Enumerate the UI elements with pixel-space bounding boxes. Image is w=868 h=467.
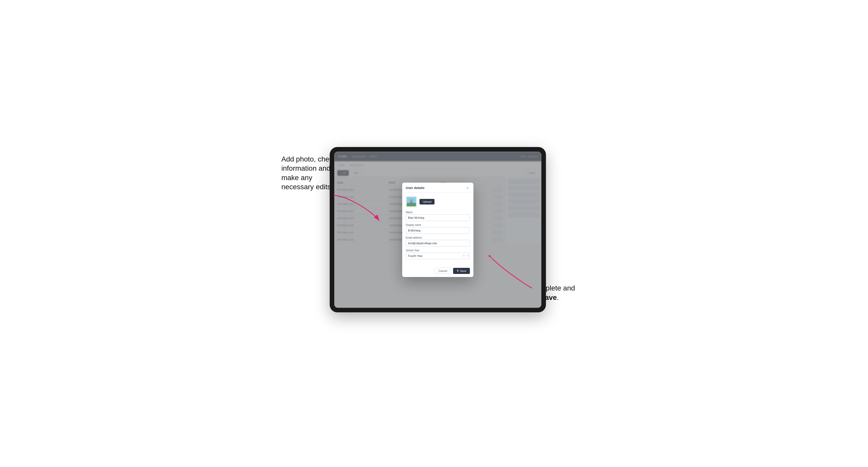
- display-name-label: Display name: [406, 224, 470, 226]
- tablet-frame: CLIPD Connections Admin Help Settings Ad…: [330, 147, 546, 312]
- upload-button[interactable]: Upload: [420, 199, 435, 205]
- modal-body: Upload Name Display name: [402, 192, 473, 265]
- modal-footer: Cancel ⬆ Save: [402, 265, 473, 277]
- name-input[interactable]: [406, 214, 470, 221]
- display-name-form-group: Display name: [406, 224, 470, 234]
- save-icon: ⬆: [457, 269, 459, 272]
- school-year-select-wrapper: × ▾: [406, 253, 470, 259]
- name-form-group: Name: [406, 211, 470, 221]
- email-form-group: Email address: [406, 236, 470, 247]
- modal-header: User details ×: [402, 183, 473, 192]
- name-label: Name: [406, 211, 470, 214]
- svg-rect-6: [410, 202, 413, 205]
- school-year-input[interactable]: [406, 253, 470, 259]
- avatar-thumbnail: [406, 196, 417, 207]
- email-input[interactable]: [406, 240, 470, 247]
- modal-title: User details: [406, 186, 425, 190]
- tablet-screen: CLIPD Connections Admin Help Settings Ad…: [334, 152, 541, 308]
- svg-point-5: [410, 199, 413, 202]
- scene: Add photo, check information and make an…: [281, 134, 587, 333]
- school-year-form-group: School Year × ▾: [406, 249, 470, 259]
- close-button[interactable]: ×: [465, 186, 470, 190]
- cancel-button[interactable]: Cancel: [435, 268, 451, 274]
- photo-section: Upload: [406, 196, 470, 207]
- annotation-left: Add photo, check information and make an…: [281, 155, 337, 192]
- chevron-down-icon: ▾: [467, 254, 468, 257]
- clear-icon[interactable]: ×: [463, 254, 465, 258]
- modal-overlay: User details ×: [334, 152, 541, 308]
- display-name-input[interactable]: [406, 227, 470, 234]
- email-label: Email address: [406, 236, 470, 239]
- save-button[interactable]: ⬆ Save: [453, 268, 470, 274]
- user-details-modal: User details ×: [402, 183, 473, 277]
- school-year-label: School Year: [406, 249, 470, 252]
